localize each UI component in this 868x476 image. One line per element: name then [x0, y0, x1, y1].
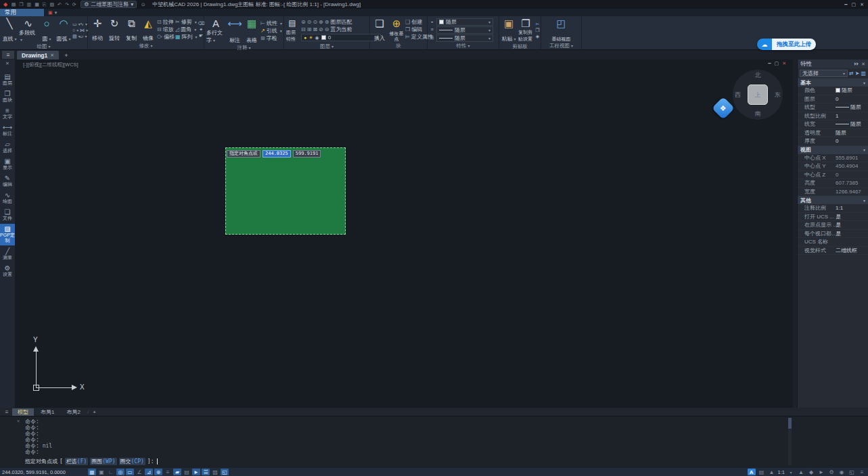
- dynamic-input-x-field[interactable]: 244.0325: [262, 150, 291, 158]
- property-row-linetype[interactable]: 线型 随层: [798, 103, 868, 112]
- status-toggle-icon[interactable]: ≡: [164, 469, 172, 475]
- property-row-color[interactable]: 颜色 随层: [798, 87, 868, 95]
- command-prompt[interactable]: 指定对角点或 [ 栏选(F) 圈围(WP) 圈交(CP) ]:: [25, 458, 868, 465]
- status-toggle-icon[interactable]: ▨: [211, 469, 219, 475]
- cloud-upload-button[interactable]: ☁ 拖拽至此上传: [757, 39, 816, 50]
- customize-status-icon[interactable]: ≡: [858, 469, 866, 475]
- copy-button[interactable]: ⧉ 复制: [123, 17, 139, 43]
- close-tab-icon[interactable]: ✕: [50, 53, 54, 58]
- status-toggle-icon[interactable]: ∟: [107, 469, 115, 475]
- layout-tab[interactable]: 布局2: [61, 408, 85, 416]
- viewport-controls-label[interactable]: [-][俯视][二维线框][WCS]: [23, 62, 78, 68]
- property-row-transparency[interactable]: 透明度 随层: [798, 129, 868, 138]
- section-misc[interactable]: 其他▾: [798, 196, 868, 204]
- open-file-icon[interactable]: ❐: [19, 2, 23, 7]
- join-icon[interactable]: ☛: [198, 33, 204, 39]
- status-toggle-icon[interactable]: ◎: [116, 469, 124, 475]
- drawing-canvas[interactable]: [-][俯视][二维线框][WCS] ━ ▢ ✕ 北 南 西 东 上 ❖ 指定对…: [15, 60, 793, 408]
- status-toggle-icon[interactable]: ⊿: [145, 469, 153, 475]
- layers-group-label[interactable]: 图层: [284, 43, 369, 50]
- left-toolbar-item[interactable]: ▣ 显示: [0, 156, 15, 172]
- offset-button[interactable]: ⧂偏移: [157, 34, 175, 41]
- revision-cloud-icon[interactable]: ∿: [80, 22, 86, 27]
- command-line-panel[interactable]: ✕ 命令:命令:命令:命令:命令: nil命令: 指定对角点或 [ 栏选(F) …: [0, 416, 868, 468]
- left-toolbar-close-icon[interactable]: ✕: [5, 61, 9, 68]
- compass-east-label[interactable]: 东: [775, 91, 781, 99]
- add-layout-button[interactable]: +: [93, 409, 96, 415]
- property-row[interactable]: 高度 607.7385: [798, 179, 868, 188]
- property-row-layer[interactable]: 图层 0: [798, 95, 868, 104]
- left-toolbar-item[interactable]: ❐ 图块: [0, 89, 15, 105]
- command-scrollbar[interactable]: [788, 418, 792, 465]
- status-toggle-icon[interactable]: ▰: [173, 469, 181, 475]
- dimension-button[interactable]: ⟷ 标注: [227, 17, 243, 45]
- save-icon[interactable]: ▥: [27, 2, 32, 7]
- property-row-linetype-scale[interactable]: 线型比例 1: [798, 112, 868, 121]
- mirror-button[interactable]: ◭ 镜像: [140, 17, 156, 43]
- property-row[interactable]: 视觉样式 二维线框: [798, 247, 868, 256]
- line-button[interactable]: ╲ 直线: [1, 17, 18, 43]
- property-row[interactable]: 在原点显示 ... 是: [798, 221, 868, 230]
- settings-gear-icon[interactable]: ⚙: [827, 469, 836, 475]
- left-toolbar-item[interactable]: ╱ 测量: [0, 246, 15, 262]
- panel-pin-icon[interactable]: ⏵⏵: [854, 62, 859, 67]
- layer-match-button[interactable]: ⊜⊝⊙⊕⊛ 图层匹配: [301, 19, 381, 26]
- property-row-thickness[interactable]: 厚度 0: [798, 137, 868, 146]
- compass-south-label[interactable]: 南: [755, 110, 761, 118]
- fullscreen-icon[interactable]: ◱: [848, 469, 856, 475]
- property-row[interactable]: UCS 名称: [798, 238, 868, 247]
- cloud-assistant-icon[interactable]: ❖: [712, 97, 735, 120]
- ribbon-options-icon[interactable]: ▣ ▾: [48, 9, 57, 16]
- scale-dropdown-icon[interactable]: ▾: [787, 469, 795, 475]
- left-toolbar-item[interactable]: ⚙ 设置: [0, 263, 15, 279]
- layer-set-current-button[interactable]: ⊟⊞⊠⊘⊖ 置为当前: [301, 26, 381, 33]
- left-toolbar-item[interactable]: ▱ 选择: [0, 139, 15, 156]
- command-close-icon[interactable]: ✕: [17, 419, 20, 424]
- isolate-objects-icon[interactable]: ◉: [838, 469, 846, 475]
- rotate-button[interactable]: ↻ 旋转: [106, 17, 122, 43]
- linear-dim-button[interactable]: ⊢线性: [260, 20, 282, 27]
- ellipse-icon[interactable]: ○: [72, 28, 78, 33]
- view-compass[interactable]: 北 南 西 东 上: [733, 70, 783, 120]
- autoscale-icon[interactable]: ▲: [797, 469, 805, 475]
- copy-settings-button[interactable]: ❐ 复制剪贴设置: [518, 17, 534, 43]
- property-row-lineweight[interactable]: 线宽 随层: [798, 120, 868, 129]
- copy-clip-icon[interactable]: ❐: [534, 28, 541, 33]
- paste-button[interactable]: ▣ 粘贴: [501, 17, 517, 43]
- close-button[interactable]: ✕: [860, 2, 864, 7]
- property-row[interactable]: 每个视口都... 是: [798, 230, 868, 239]
- plot-icon[interactable]: ⎘: [43, 2, 47, 7]
- point-icon[interactable]: ⋈: [80, 28, 86, 33]
- status-toggle-icon[interactable]: ▭: [126, 469, 134, 475]
- stretch-button[interactable]: ⊡拉伸: [157, 19, 175, 26]
- option-wpolygon[interactable]: 圈围(WP): [90, 458, 116, 465]
- layout-menu-icon[interactable]: ≡: [3, 409, 11, 415]
- match-properties-icon[interactable]: ◈: [534, 34, 541, 39]
- property-row[interactable]: 注释比例 1:1: [798, 204, 868, 213]
- left-toolbar-item[interactable]: ▨ PGP定制: [0, 224, 15, 245]
- annotation-monitor-icon[interactable]: A: [748, 469, 756, 475]
- left-toolbar-item[interactable]: ▤ 图层: [0, 72, 15, 88]
- layout-tab[interactable]: 模型: [12, 408, 34, 416]
- edit-base-point-button[interactable]: ⊕ 修改基点: [388, 17, 405, 43]
- left-toolbar-item[interactable]: ≡ 文字: [0, 105, 15, 122]
- viewcube-top-face[interactable]: 上: [748, 85, 768, 105]
- model-paper-toggle-icon[interactable]: ▤: [758, 469, 766, 475]
- option-cpolygon[interactable]: 圈交(CP): [119, 458, 145, 465]
- hatch-icon[interactable]: ▨: [72, 34, 78, 39]
- left-toolbar-item[interactable]: ❏ 文件: [0, 207, 15, 223]
- left-toolbar-item[interactable]: ∿ 绘图: [0, 190, 15, 206]
- layer-properties-button[interactable]: ▤ 图层特性: [285, 17, 299, 43]
- cursor-select-icon[interactable]: ►: [817, 469, 825, 475]
- leader-button[interactable]: ↗引线: [260, 28, 282, 34]
- property-row[interactable]: 打开 UCS ... 是: [798, 213, 868, 222]
- annotation-visibility-icon[interactable]: ▲: [768, 469, 776, 475]
- doc-close-icon[interactable]: ✕: [782, 61, 786, 66]
- status-toggle-icon[interactable]: ◱: [221, 469, 229, 475]
- selection-dropdown[interactable]: 无选择▾: [800, 70, 848, 77]
- scale-button[interactable]: ⊟缩放: [157, 26, 175, 33]
- rectangle-icon[interactable]: ▭: [72, 22, 78, 27]
- polyline-button[interactable]: ∿ 多段线: [18, 17, 38, 43]
- layout-tab[interactable]: 布局1: [35, 408, 60, 416]
- quick-select-icon[interactable]: ▥: [861, 70, 866, 76]
